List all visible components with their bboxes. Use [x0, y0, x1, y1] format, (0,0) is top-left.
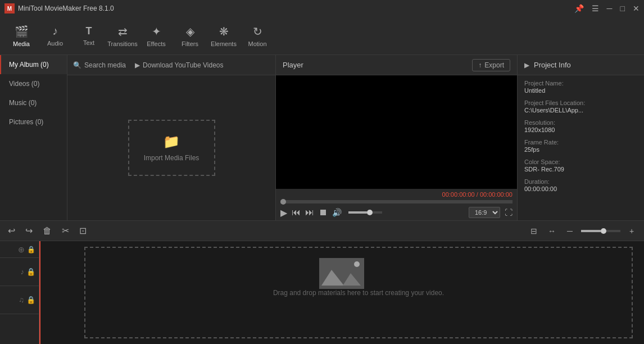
close-button[interactable]: ✕ — [633, 4, 640, 13]
tool-effects-label: Effects — [147, 40, 165, 47]
sidebar-item-pictures[interactable]: Pictures (0) — [0, 112, 67, 132]
import-media-button[interactable]: 📁 Import Media Files — [128, 120, 215, 176]
tool-motion-label: Motion — [248, 40, 266, 47]
zoom-in-button[interactable]: + — [625, 224, 638, 238]
titlebar-left: M MiniTool MovieMaker Free 8.1.0 — [4, 3, 114, 13]
playhead — [39, 241, 40, 344]
zoom-fill — [581, 230, 601, 232]
tool-media-label: Media — [13, 40, 30, 47]
player-title: Player — [283, 61, 303, 69]
tool-filters[interactable]: ◈ Filters — [173, 19, 207, 53]
undo-button[interactable]: ↩ — [6, 223, 17, 238]
skip-forward-button[interactable]: ⏭ — [305, 207, 314, 218]
crop-button[interactable]: ⊡ — [77, 223, 89, 238]
project-files-location-label: Project Files Location: — [524, 99, 637, 106]
split-view-button[interactable]: ⊟ — [527, 224, 541, 238]
frame-rate-label: Frame Rate: — [524, 139, 637, 146]
resolution-value: 1920x1080 — [524, 126, 637, 133]
text-icon: T — [86, 25, 92, 37]
project-toggle-button[interactable]: ▶ — [524, 61, 529, 69]
tool-media[interactable]: 🎬 Media — [4, 19, 38, 53]
player-panel: Player ↑ Export 00:00:00:00 / 00:00:00:0… — [276, 55, 518, 220]
download-icon: ▶ — [135, 61, 140, 69]
timeline-content: ⊕ 🔒 ♪ 🔒 ♫ 🔒 Drag a — [0, 241, 644, 344]
frame-rate-row: Frame Rate: 25fps — [524, 139, 637, 153]
duration-row: Duration: 00:00:00:00 — [524, 178, 637, 192]
volume-bar[interactable] — [348, 211, 382, 214]
drop-zone-text: Drag and drop materials here to start cr… — [273, 289, 444, 297]
project-name-label: Project Name: — [524, 80, 637, 87]
pin-button[interactable]: 📌 — [574, 4, 584, 13]
add-track-button[interactable]: ⊕ — [18, 245, 25, 254]
project-info-list: Project Name: Untitled Project Files Loc… — [518, 75, 644, 197]
timeline-track-area[interactable]: Drag and drop materials here to start cr… — [39, 241, 644, 344]
video-track-label: ♪ 🔒 — [0, 258, 39, 286]
export-icon: ↑ — [478, 61, 482, 69]
color-space-label: Color Space: — [524, 159, 637, 165]
fullscreen-button[interactable]: ⛶ — [505, 208, 513, 217]
tool-elements[interactable]: ❋ Elements — [207, 19, 241, 53]
project-files-location-value: C:\Users\DELL\App... — [524, 107, 637, 114]
zoom-dot — [601, 228, 606, 234]
toolbar: 🎬 Media ♪ Audio T Text ⇄ Transitions ✦ E… — [0, 17, 644, 55]
project-info-title: Project Info — [534, 61, 571, 69]
color-space-row: Color Space: SDR- Rec.709 — [524, 159, 637, 173]
app-title: MiniTool MovieMaker Free 8.1.0 — [18, 4, 114, 12]
media-toolbar: 🔍 Search media ▶ Download YouTube Videos — [67, 55, 275, 75]
sidebar-item-music[interactable]: Music (0) — [0, 93, 67, 112]
import-label: Import Media Files — [144, 154, 199, 162]
search-media-button[interactable]: 🔍 Search media — [73, 61, 126, 69]
sidebar-item-my-album[interactable]: My Album (0) — [0, 55, 67, 74]
volume-icon[interactable]: 🔊 — [332, 208, 342, 217]
redo-button[interactable]: ↪ — [23, 223, 35, 238]
delete-button[interactable]: 🗑 — [40, 224, 54, 238]
tool-transitions-label: Transitions — [107, 40, 137, 47]
zoom-slider[interactable] — [581, 230, 620, 232]
frame-rate-value: 25fps — [524, 146, 637, 153]
menu-button[interactable]: ☰ — [592, 4, 599, 13]
duration-label: Duration: — [524, 178, 637, 185]
resolution-label: Resolution: — [524, 119, 637, 126]
project-info-panel: ▶ Project Info Project Name: Untitled Pr… — [518, 55, 644, 220]
maximize-button[interactable]: □ — [620, 4, 625, 13]
tool-transitions[interactable]: ⇄ Transitions — [106, 19, 139, 53]
tool-effects[interactable]: ✦ Effects — [139, 19, 173, 53]
download-youtube-button[interactable]: ▶ Download YouTube Videos — [135, 61, 223, 69]
volume-dot — [367, 210, 373, 215]
lock-track-button[interactable]: 🔒 — [27, 246, 35, 254]
progress-bar[interactable] — [280, 200, 513, 203]
main-area: My Album (0) Videos (0) Music (0) Pictur… — [0, 55, 644, 220]
zoom-out-button[interactable]: ─ — [563, 224, 577, 238]
filters-icon: ◈ — [186, 25, 194, 38]
tool-filters-label: Filters — [182, 40, 198, 47]
tool-motion[interactable]: ↻ Motion — [241, 19, 274, 53]
aspect-ratio-select[interactable]: 16:9 4:3 1:1 9:16 — [469, 207, 500, 218]
lock-music-button[interactable]: 🔒 — [26, 296, 35, 304]
volume-fill — [348, 211, 367, 214]
time-display: 00:00:00:00 / 00:00:00:00 — [280, 191, 513, 198]
project-info-header: ▶ Project Info — [518, 55, 644, 75]
time-total: 00:00:00:00 — [480, 191, 513, 198]
cut-button[interactable]: ✂ — [60, 223, 71, 238]
project-name-value: Untitled — [524, 87, 637, 94]
tool-text-label: Text — [83, 39, 94, 46]
fit-button[interactable]: ↔ — [545, 224, 559, 238]
tool-text[interactable]: T Text — [72, 19, 106, 53]
controls-row: ▶ ⏮ ⏭ ⏹ 🔊 16:9 4:3 1:1 9:16 ⛶ — [280, 207, 513, 218]
motion-icon: ↻ — [253, 25, 262, 38]
lock-audio-button[interactable]: 🔒 — [26, 268, 35, 276]
audio-icon: ♪ — [52, 25, 58, 38]
media-content: 📁 Import Media Files — [67, 75, 275, 220]
export-label: Export — [484, 61, 504, 69]
color-space-value: SDR- Rec.709 — [524, 166, 637, 173]
tool-audio[interactable]: ♪ Audio — [38, 19, 72, 53]
project-files-location-row: Project Files Location: C:\Users\DELL\Ap… — [524, 99, 637, 114]
export-button[interactable]: ↑ Export — [472, 59, 510, 71]
stop-button[interactable]: ⏹ — [319, 207, 328, 218]
play-button[interactable]: ▶ — [280, 207, 287, 218]
skip-back-button[interactable]: ⏮ — [292, 207, 301, 218]
import-icon: 📁 — [163, 134, 180, 150]
sidebar-item-videos[interactable]: Videos (0) — [0, 74, 67, 93]
add-audio-button[interactable]: ♪ — [21, 268, 25, 276]
minimize-button[interactable]: ─ — [607, 4, 613, 13]
